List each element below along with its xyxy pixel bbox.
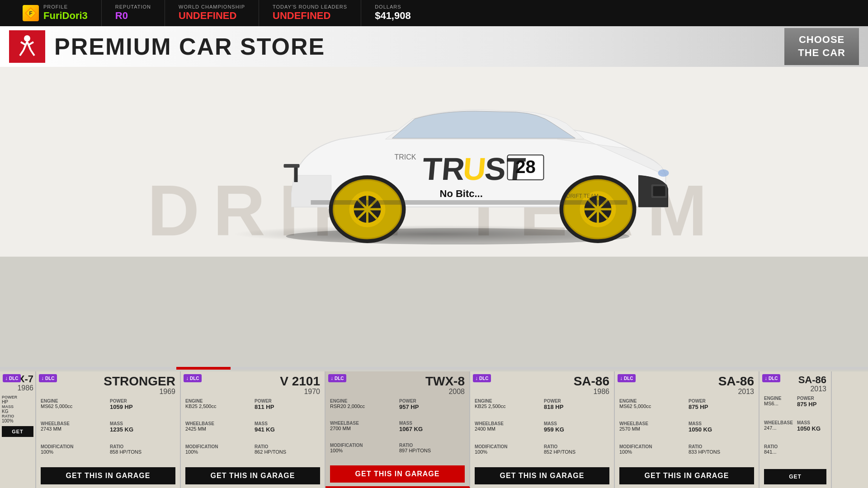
ratio-value: 897 HP/TONS	[399, 448, 465, 453]
top-bar: F PROFILE FuriDori3 REPUTATION R0 WORLD …	[0, 0, 868, 26]
stat-group: POWER 957 HP	[399, 399, 465, 420]
stat-group: MASS 1050 KG	[797, 420, 826, 444]
power-label: POWER	[689, 399, 754, 404]
reputation-section: REPUTATION R0	[102, 0, 165, 26]
get-garage-button[interactable]: GET THIS IN GARAGE	[330, 465, 465, 483]
wheelbase-value: 2570 MM	[619, 426, 685, 432]
mass-value: 941 KG	[255, 426, 320, 433]
svg-line-6	[31, 50, 34, 56]
wheelbase-label: WHEELBASE	[330, 421, 396, 426]
car-card-twx8: DLC TWX-8 2008 ENGINE RSR20 2,000cc POWE…	[326, 371, 470, 488]
modification-label: MODIFICATION	[330, 443, 396, 448]
car-area: DRIFT TEAM	[0, 67, 868, 257]
stat-group: MODIFICATION 100%	[330, 443, 396, 463]
car-year: 1986	[2, 384, 33, 392]
stat-group: WHEELBASE 2700 MM	[330, 421, 396, 442]
stat-value: HP	[2, 399, 33, 404]
stat-group: POWER 1059 HP	[110, 399, 175, 420]
get-garage-button[interactable]: GET	[2, 426, 33, 437]
stat-group: ENGINE MS62 5,000cc	[619, 399, 685, 420]
get-garage-button[interactable]: GET THIS IN GARAGE	[185, 467, 320, 484]
dlc-badge: DLC	[618, 374, 636, 382]
power-value: 811 HP	[255, 404, 320, 410]
get-garage-button[interactable]: GET THIS IN GARAGE	[41, 467, 175, 484]
power-label: POWER	[255, 399, 320, 404]
profile-section: F PROFILE FuriDori3	[9, 0, 102, 26]
wheelbase-label: WHEELBASE	[41, 421, 106, 426]
ratio-value: 858 HP/TONS	[110, 449, 175, 455]
stat-group: MASS 941 KG	[255, 421, 320, 443]
mass-label: MASS	[110, 421, 175, 426]
stat-group: RATIO 841...	[764, 444, 793, 466]
engine-label: ENGINE	[764, 396, 793, 401]
mass-value: 1050 KG	[689, 426, 754, 433]
stat-group: WHEELBASE 2400 MM	[475, 421, 540, 443]
svg-line-7	[21, 42, 25, 45]
stat-label: POWER	[2, 395, 33, 399]
car-year: 1986	[475, 388, 609, 396]
modification-value: 100%	[619, 449, 685, 455]
dlc-badge: DLC	[762, 374, 780, 382]
svg-text:No Bitc...: No Bitc...	[440, 188, 483, 199]
get-garage-button[interactable]: GET THIS IN GARAGE	[619, 467, 754, 484]
svg-line-3	[24, 42, 27, 50]
ratio-value: 862 HP/TONS	[255, 449, 320, 455]
stat-group: MASS 1067 KG	[399, 421, 465, 442]
engine-label: ENGINE	[330, 399, 396, 404]
power-value: 1059 HP	[110, 404, 175, 410]
car-card-sa86-1986: DLC SA-86 1986 ENGINE KB25 2,500cc POWER…	[470, 371, 615, 488]
stat-group: POWER 811 HP	[255, 399, 320, 420]
svg-point-2	[24, 35, 30, 42]
ratio-label: RATIO	[399, 443, 465, 448]
stat-group: MODIFICATION 100%	[185, 444, 251, 465]
car-year: 1970	[185, 388, 320, 396]
profile-icon: F	[23, 5, 39, 21]
car-card-stronger: DLC STRONGER 1969 ENGINE MS62 5,000cc PO…	[36, 371, 181, 488]
svg-rect-38	[653, 186, 665, 196]
power-label: POWER	[110, 399, 175, 404]
mass-label: MASS	[689, 421, 754, 426]
modification-value: 100%	[41, 449, 106, 455]
engine-value: MS6...	[764, 401, 793, 406]
stat-group: MASS 1235 KG	[110, 421, 175, 443]
store-logo	[9, 30, 45, 63]
round-leaders-label: TODAY'S ROUND LEADERS	[273, 4, 347, 10]
wheelbase-value: 2400 MM	[475, 426, 540, 432]
car-stats: ENGINE MS62 5,000cc POWER 875 HP WHEELBA…	[619, 399, 754, 465]
car-year: 2013	[764, 385, 826, 393]
power-label: POWER	[797, 396, 826, 401]
svg-point-36	[658, 169, 669, 177]
wheelbase-label: WHEELBASE	[185, 421, 251, 426]
svg-line-8	[29, 42, 33, 45]
car-card-v2101: DLC V 2101 1970 ENGINE KB25 2,500cc POWE…	[181, 371, 326, 488]
power-value: 875 HP	[689, 404, 754, 410]
stat-group: WHEELBASE 2743 MM	[41, 421, 106, 443]
mass-value: 1067 KG	[399, 426, 465, 432]
engine-value: KB25 2,500cc	[185, 404, 251, 409]
scroll-thumb[interactable]	[176, 367, 231, 370]
modification-value: 100%	[475, 449, 540, 455]
championship-label: WORLD CHAMPIONSHIP	[179, 4, 245, 10]
svg-line-5	[20, 50, 24, 56]
car-card-partial-left: DLC X-7 1986 POWER HP MASS KG RATIO 100%…	[0, 371, 36, 488]
stat-group: ENGINE KB25 2,500cc	[475, 399, 540, 420]
car-stats: ENGINE RSR20 2,000cc POWER 957 HP WHEELB…	[330, 399, 465, 463]
wheelbase-value: 2700 MM	[330, 426, 396, 431]
choose-car-text: CHOOSETHE CAR	[798, 34, 845, 58]
ratio-value: 833 HP/TONS	[689, 449, 754, 455]
stat-group: MODIFICATION 100%	[619, 444, 685, 465]
modification-value: 100%	[185, 449, 251, 455]
car-stats: ENGINE KB25 2,500cc POWER 818 HP WHEELBA…	[475, 399, 609, 465]
modification-label: MODIFICATION	[475, 444, 540, 449]
get-garage-button[interactable]: GET	[764, 469, 826, 484]
mass-label: MASS	[797, 420, 826, 425]
stat-group: RATIO 862 HP/TONS	[255, 444, 320, 465]
svg-text:DRIFT TEAM: DRIFT TEAM	[566, 193, 599, 199]
reputation-label: REPUTATION	[115, 4, 151, 10]
ratio-label: RATIO	[689, 444, 754, 449]
svg-rect-11	[284, 164, 300, 168]
car-name: SA-86	[475, 375, 609, 388]
dlc-badge: DLC	[39, 374, 57, 382]
get-garage-button[interactable]: GET THIS IN GARAGE	[475, 467, 609, 484]
mass-label: MASS	[399, 421, 465, 426]
